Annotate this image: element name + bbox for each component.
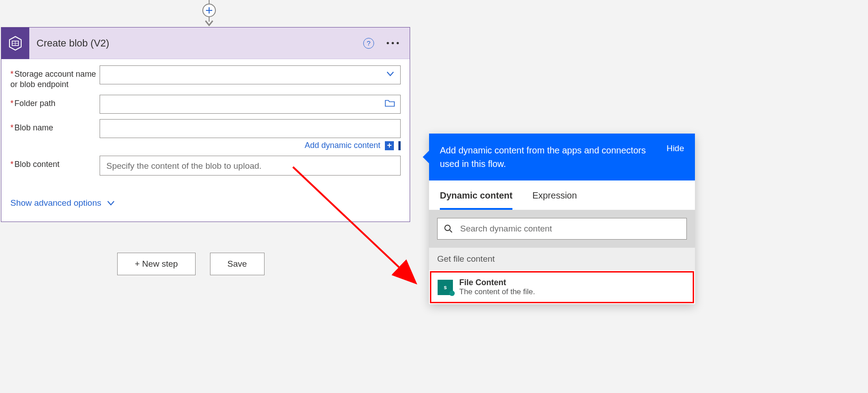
popup-search-box[interactable] bbox=[437, 218, 687, 240]
connector-icon bbox=[1, 28, 29, 59]
show-advanced-options[interactable]: Show advanced options bbox=[10, 198, 401, 208]
blob-content-input[interactable] bbox=[105, 161, 395, 171]
card-body: *Storage account name or blob endpoint *… bbox=[1, 59, 410, 222]
popup-section-title: Get file content bbox=[429, 248, 695, 270]
label-blob-content: *Blob content bbox=[10, 156, 100, 170]
help-icon[interactable]: ? bbox=[363, 38, 374, 49]
show-advanced-label: Show advanced options bbox=[10, 198, 101, 208]
insert-step-button[interactable] bbox=[202, 4, 216, 17]
chevron-down-icon bbox=[107, 200, 115, 206]
popup-headline: Add dynamic content from the apps and co… bbox=[440, 143, 658, 171]
storage-account-input[interactable] bbox=[105, 66, 395, 84]
more-menu-icon[interactable] bbox=[387, 42, 399, 44]
arrow-down-icon bbox=[205, 20, 214, 26]
popup-search-input[interactable] bbox=[459, 223, 680, 234]
folder-path-input-wrap[interactable] bbox=[100, 95, 401, 114]
popup-search-area bbox=[429, 210, 695, 248]
blob-storage-icon bbox=[8, 36, 23, 51]
folder-path-input[interactable] bbox=[105, 95, 395, 113]
popup-caret-icon bbox=[423, 151, 429, 163]
card-title: Create blob (V2) bbox=[29, 37, 363, 49]
blob-name-input[interactable] bbox=[105, 120, 395, 138]
label-blob-name: *Blob name bbox=[10, 119, 100, 133]
dynamic-bar-icon bbox=[398, 141, 401, 150]
dynamic-item-file-content[interactable]: s File Content The content of the file. bbox=[430, 271, 694, 303]
add-dynamic-content-label: Add dynamic content bbox=[305, 141, 380, 150]
dynamic-content-popup: Add dynamic content from the apps and co… bbox=[429, 134, 695, 304]
new-step-button[interactable]: + New step bbox=[117, 253, 196, 275]
chevron-down-icon bbox=[386, 69, 395, 81]
card-header[interactable]: Create blob (V2) ? bbox=[1, 28, 410, 59]
tab-dynamic-content[interactable]: Dynamic content bbox=[440, 190, 512, 210]
dynamic-item-title: File Content bbox=[459, 278, 535, 287]
action-card-create-blob: Create blob (V2) ? *Storage account name… bbox=[1, 27, 410, 222]
storage-account-dropdown[interactable] bbox=[100, 65, 401, 84]
tab-expression[interactable]: Expression bbox=[532, 190, 577, 210]
blob-content-input-wrap[interactable] bbox=[100, 156, 401, 176]
folder-picker-icon[interactable] bbox=[385, 99, 395, 110]
dynamic-item-subtitle: The content of the file. bbox=[459, 287, 535, 296]
dynamic-plus-icon: + bbox=[385, 141, 394, 150]
step-connector bbox=[202, 0, 216, 28]
plus-icon bbox=[206, 7, 213, 14]
label-folder-path: *Folder path bbox=[10, 95, 100, 109]
popup-tabs: Dynamic content Expression bbox=[429, 180, 695, 210]
popup-list[interactable]: s File Content The content of the file. bbox=[429, 270, 695, 304]
save-button[interactable]: Save bbox=[210, 253, 265, 275]
flow-footer-buttons: + New step Save bbox=[117, 253, 265, 275]
popup-header: Add dynamic content from the apps and co… bbox=[429, 134, 695, 180]
blob-name-input-wrap[interactable] bbox=[100, 119, 401, 138]
label-storage-account: *Storage account name or blob endpoint bbox=[10, 65, 100, 89]
sharepoint-icon: s bbox=[438, 280, 453, 295]
popup-hide-button[interactable]: Hide bbox=[667, 143, 684, 153]
add-dynamic-content-link[interactable]: Add dynamic content + bbox=[305, 141, 401, 150]
svg-point-1 bbox=[445, 225, 450, 231]
search-icon bbox=[444, 224, 453, 233]
